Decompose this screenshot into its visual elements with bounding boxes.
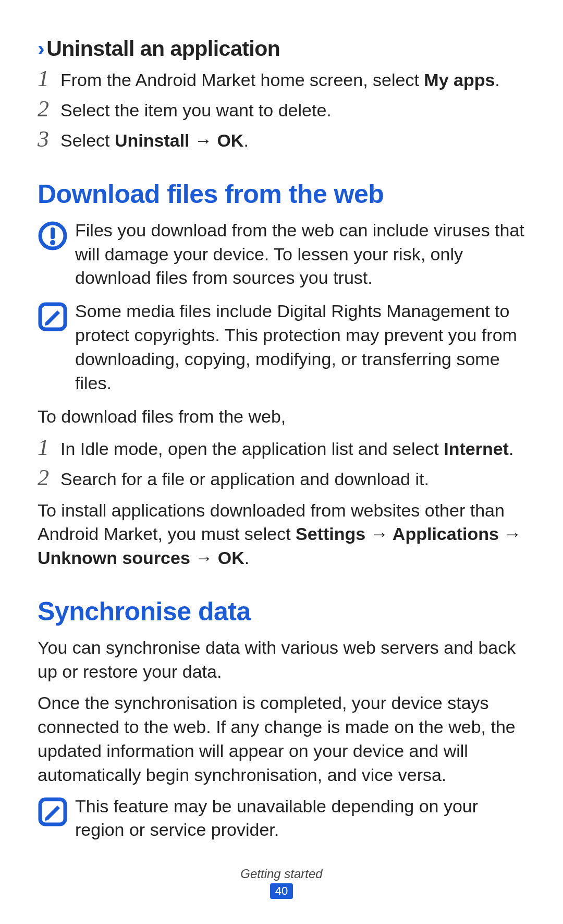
note-text: This feature may be unavailable dependin…	[75, 795, 525, 843]
note-callout: Some media files include Digital Rights …	[38, 299, 525, 395]
list-item: 1 From the Android Market home screen, s…	[38, 67, 525, 92]
step-number: 3	[38, 128, 60, 151]
page-number: 40	[270, 883, 293, 899]
step-text: Search for a file or application and dow…	[60, 467, 525, 491]
step-text: From the Android Market home screen, sel…	[60, 68, 525, 92]
uninstall-heading: ›Uninstall an application	[38, 37, 525, 61]
list-item: 2 Select the item you want to delete.	[38, 98, 525, 123]
list-item: 3 Select Uninstall → OK.	[38, 128, 525, 153]
step-number: 2	[38, 98, 60, 121]
list-item: 2 Search for a file or application and d…	[38, 466, 525, 491]
uninstall-steps: 1 From the Android Market home screen, s…	[38, 67, 525, 153]
step-number: 2	[38, 466, 60, 489]
note-icon	[38, 302, 68, 332]
footer-section: Getting started	[0, 867, 563, 881]
manual-page: ›Uninstall an application 1 From the And…	[0, 0, 563, 924]
step-text: Select Uninstall → OK.	[60, 129, 525, 153]
download-steps: 1 In Idle mode, open the application lis…	[38, 436, 525, 491]
step-number: 1	[38, 436, 60, 459]
warning-icon	[38, 221, 68, 251]
svg-point-2	[50, 240, 55, 245]
page-footer: Getting started 40	[0, 867, 563, 899]
list-item: 1 In Idle mode, open the application lis…	[38, 436, 525, 461]
chevron-right-icon: ›	[38, 37, 44, 61]
download-intro: To download files from the web,	[38, 405, 525, 429]
step-text: In Idle mode, open the application list …	[60, 437, 525, 461]
sync-p1: You can synchronise data with various we…	[38, 636, 525, 684]
step-number: 1	[38, 67, 60, 90]
warning-callout: Files you download from the web can incl…	[38, 219, 525, 291]
note-text: Some media files include Digital Rights …	[75, 299, 525, 395]
step-text: Select the item you want to delete.	[60, 99, 525, 123]
uninstall-heading-text: Uninstall an application	[46, 37, 280, 61]
svg-rect-1	[51, 227, 55, 239]
install-note: To install applications downloaded from …	[38, 499, 525, 571]
note-icon	[38, 797, 68, 827]
sync-heading: Synchronise data	[38, 596, 525, 627]
note-callout: This feature may be unavailable dependin…	[38, 795, 525, 843]
sync-p2: Once the synchronisation is completed, y…	[38, 691, 525, 787]
download-heading: Download files from the web	[38, 179, 525, 209]
warning-text: Files you download from the web can incl…	[75, 219, 525, 291]
